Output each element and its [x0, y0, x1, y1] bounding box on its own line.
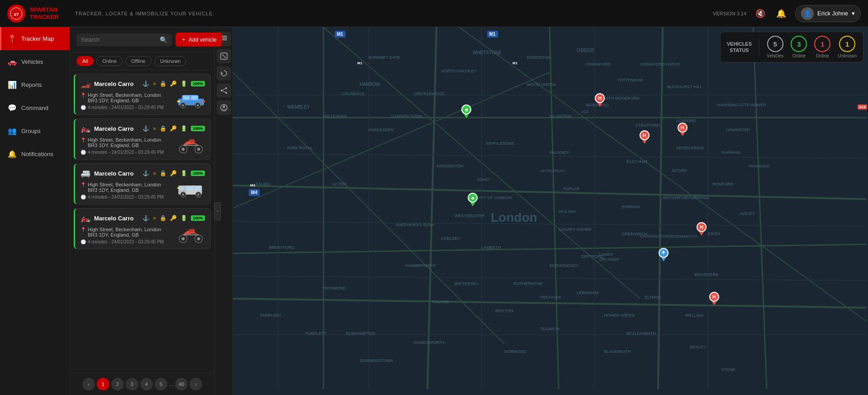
search-input[interactable] — [81, 36, 157, 43]
add-vehicle-label: Add vehicle — [189, 37, 217, 43]
svg-point-45 — [223, 106, 225, 108]
share-tool-button[interactable] — [217, 83, 231, 98]
lock-icon: 🔒 — [160, 170, 166, 176]
prev-page-button[interactable]: ‹ — [82, 378, 95, 390]
svg-text:CANARY WHARF: CANARY WHARF — [559, 227, 592, 232]
svg-text:WELLING: WELLING — [685, 313, 704, 318]
map-area[interactable]: London WEMBLEY HARROW EALING ACTON BRENT… — [233, 27, 868, 395]
vehicle-list: 🏎️ Marcelo Carro ⚓ » 🔒 🔑 🔋 100% 📍 High S… — [70, 70, 214, 373]
sidebar-item-reports[interactable]: 📊 Reports — [0, 73, 70, 96]
filter-all-button[interactable]: All — [76, 56, 94, 66]
svg-text:WHETSTONE: WHETSTONE — [473, 50, 502, 55]
vs-online-circle: 3 — [791, 36, 807, 52]
audio-tool-button[interactable] — [217, 100, 231, 115]
route-tool-button[interactable] — [217, 49, 231, 63]
search-icon[interactable]: 🔍 — [160, 36, 167, 43]
notifications-button[interactable]: 🔔 — [774, 7, 788, 20]
vehicle-thumbnail — [175, 178, 207, 200]
vehicles-status-widget: VEHICLESSTATUS 5 Vehicles 3 Online 1 Onl… — [720, 32, 863, 62]
page-1-button[interactable]: 1 — [97, 378, 109, 390]
logo-icon: ST — [7, 5, 25, 23]
svg-rect-16 — [189, 139, 195, 143]
svg-text:ST: ST — [14, 12, 19, 17]
svg-text:NORTH FINCHLEY: NORTH FINCHLEY — [441, 69, 477, 73]
vs-unknown: 1 Unknown — [838, 36, 857, 58]
vs-offline-circle: 1 — [814, 36, 830, 52]
sidebar-label-tracker-map: Tracker Map — [21, 35, 54, 42]
page-5-button[interactable]: 5 — [155, 378, 167, 390]
sidebar-item-vehicles[interactable]: 🚗 Vehicles — [0, 50, 70, 73]
svg-text:COLINDALE: COLINDALE — [342, 91, 365, 96]
address-line2: BR3 1DY, England, GB — [88, 187, 161, 193]
svg-text:RICHMOND: RICHMOND — [323, 286, 346, 290]
svg-text:BEXLEY: BEXLEY — [690, 345, 706, 349]
clock-icon: 🕐 — [81, 195, 86, 200]
sidebar-label-vehicles: Vehicles — [21, 58, 43, 65]
user-menu-button[interactable]: 👤 Erick Johne ▾ — [795, 5, 861, 22]
svg-point-24 — [182, 194, 184, 196]
sidebar-item-tracker-map[interactable]: 📍 Tracker Map — [0, 27, 70, 50]
vehicle-name: Marcelo Carro — [94, 81, 139, 87]
vehicle-card[interactable]: 🚐 Marcelo Carro ⚓ » 🔒 🔑 🔋 100% 📍 High St… — [74, 163, 211, 205]
battery-icon: 🔋 — [180, 215, 187, 221]
filter-offline-button[interactable]: Offline — [125, 56, 152, 66]
vehicle-panel: 🔍 ＋ Add vehicle All Online Offline Unkno… — [70, 27, 215, 395]
svg-text:OSIDGE: OSIDGE — [577, 48, 594, 53]
tagline: TRACKER, LOCATE & IMMOBILIZE YOUR VEHICL… — [75, 11, 215, 16]
add-vehicle-button[interactable]: ＋ Add vehicle — [175, 33, 222, 47]
refresh-tool-button[interactable] — [217, 66, 231, 81]
svg-text:CANNING TOWN: CANNING TOWN — [640, 234, 672, 238]
lock-icon: 🔒 — [160, 81, 166, 87]
sidebar-item-notifications[interactable]: 🔔 Notifications — [0, 143, 70, 166]
svg-text:LOXFORD: LOXFORD — [676, 119, 696, 123]
search-box[interactable]: 🔍 — [76, 33, 172, 46]
pagination: ‹ 1 2 3 4 5 ... 40 › — [70, 373, 214, 395]
page-4-button[interactable]: 4 — [140, 378, 153, 390]
svg-text:BELVEDERE: BELVEDERE — [694, 272, 718, 277]
vehicle-card[interactable]: 🏍️ Marcelo Carro ⚓ » 🔒 🔑 🔋 100% 📍 High S… — [74, 208, 211, 249]
svg-text:POPLAR: POPLAR — [563, 186, 580, 191]
vehicle-card[interactable]: 🏎️ Marcelo Carro ⚓ » 🔒 🔑 🔋 100% 📍 High S… — [74, 74, 211, 115]
svg-point-40 — [221, 90, 223, 91]
page-2-button[interactable]: 2 — [111, 378, 124, 390]
svg-text:ACTON: ACTON — [332, 182, 346, 186]
mute-button[interactable]: 🔇 — [754, 7, 767, 20]
filter-unknown-button[interactable]: Unknown — [154, 56, 187, 66]
motorway-badge-m1-2: M1 — [335, 31, 346, 38]
page-3-button[interactable]: 3 — [126, 378, 138, 390]
svg-text:STRATFORD: STRATFORD — [636, 123, 660, 128]
svg-point-7 — [182, 104, 184, 106]
sidebar-item-groups[interactable]: 👥 Groups — [0, 119, 70, 143]
vehicle-type-icon: 🏍️ — [81, 213, 90, 223]
vehicle-card[interactable]: 🏍️ Marcelo Carro ⚓ » 🔒 🔑 🔋 100% 📍 High S… — [74, 119, 211, 160]
car-icon: 🚗 — [8, 57, 17, 66]
vs-total: 5 Vehicles — [767, 36, 783, 58]
svg-rect-27 — [177, 187, 180, 189]
address-line1: High Street, Beckenham, London — [88, 182, 161, 187]
svg-text:FULHAM: FULHAM — [432, 300, 449, 304]
sidebar-item-command[interactable]: 💬 Command — [0, 96, 70, 119]
clock-icon: 🕐 — [81, 105, 86, 110]
clock-icon: 🕐 — [81, 150, 86, 155]
svg-text:CAMDEN TOWN: CAMDEN TOWN — [391, 114, 422, 119]
vs-online-label: Online — [792, 53, 806, 58]
signal-icon: 🔑 — [170, 81, 177, 87]
svg-text:SPITALFIELDS: SPITALFIELDS — [541, 169, 565, 173]
vehicles-status-label: VEHICLESSTATUS — [727, 41, 752, 54]
location-icon: 📍 — [81, 227, 86, 232]
filter-row: All Online Offline Unknown — [70, 52, 214, 70]
svg-text:PARK ROYAL: PARK ROYAL — [287, 146, 313, 150]
map-pin-icon: 📍 — [8, 34, 17, 43]
user-chevron-icon: ▾ — [852, 10, 855, 17]
location-icon: 📍 — [81, 138, 86, 143]
panel-collapse-button[interactable]: ‹ — [214, 202, 221, 220]
svg-text:SOHO: SOHO — [477, 177, 489, 182]
filter-online-button[interactable]: Online — [96, 56, 123, 66]
svg-text:KENSINGTON: KENSINGTON — [436, 164, 463, 168]
svg-text:CREEKMOUTH: CREEKMOUTH — [672, 234, 697, 238]
battery-pct: 100% — [191, 81, 205, 86]
version-text: VERSION 3.14 — [713, 11, 746, 16]
next-page-button[interactable]: › — [190, 378, 202, 390]
page-40-button[interactable]: 40 — [175, 378, 188, 390]
svg-line-42 — [223, 89, 225, 90]
